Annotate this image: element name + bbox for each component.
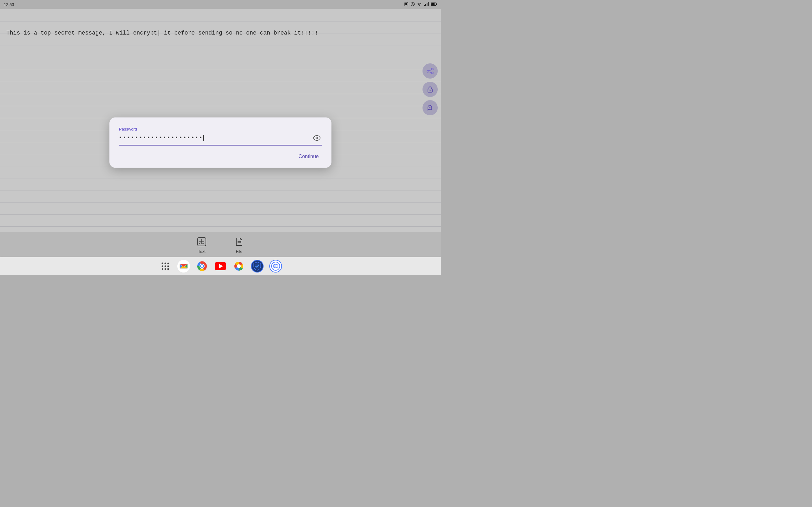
shield-button[interactable]	[251, 260, 264, 273]
notebook-line	[0, 214, 441, 215]
lock-button[interactable]	[422, 82, 438, 97]
notebook-line	[0, 178, 441, 178]
password-dots[interactable]: •••••••••••••••••••••	[119, 135, 312, 141]
svg-point-17	[429, 107, 430, 108]
notebook-line	[0, 226, 441, 227]
svg-point-27	[167, 263, 169, 264]
notebook-line	[0, 202, 441, 203]
svg-point-38	[201, 265, 203, 268]
chrome-button[interactable]	[196, 260, 208, 273]
svg-point-44	[275, 266, 276, 266]
clock-icon	[410, 2, 415, 7]
messages-button[interactable]	[269, 260, 282, 273]
tab-file[interactable]: File	[233, 236, 245, 254]
svg-line-14	[429, 72, 432, 72]
right-actions	[422, 63, 438, 115]
sim-icon	[404, 2, 409, 7]
notebook-line	[0, 70, 441, 70]
text-tab-icon	[196, 236, 208, 248]
notebook-line	[0, 106, 441, 106]
svg-point-28	[162, 266, 163, 267]
photos-button[interactable]	[233, 260, 245, 273]
status-time: 12:53	[4, 2, 14, 7]
wifi-icon	[417, 2, 422, 7]
svg-point-12	[316, 137, 318, 139]
password-input-row: •••••••••••••••••••••	[119, 133, 322, 143]
notebook-line	[0, 21, 441, 22]
svg-point-45	[276, 266, 277, 266]
notebook-line	[0, 58, 441, 58]
svg-rect-1	[405, 3, 407, 5]
svg-rect-5	[424, 5, 425, 6]
status-bar: 12:53	[0, 0, 441, 9]
apps-grid-button[interactable]	[159, 260, 171, 273]
notebook-line	[0, 94, 441, 94]
share-button[interactable]	[422, 63, 438, 78]
battery-icon	[431, 2, 437, 7]
svg-point-33	[167, 268, 169, 270]
password-field-container: Password •••••••••••••••••••••	[119, 127, 322, 146]
ghost-button[interactable]	[422, 100, 438, 115]
notebook-text-content[interactable]: This is a top secret message, I will enc…	[6, 29, 435, 38]
svg-point-32	[165, 268, 166, 270]
notebook-line	[0, 190, 441, 190]
continue-button[interactable]: Continue	[295, 152, 322, 161]
svg-point-30	[167, 266, 169, 267]
signal-icon	[424, 2, 429, 7]
svg-line-13	[429, 70, 432, 71]
svg-point-41	[237, 264, 241, 268]
status-icons	[404, 2, 437, 7]
notebook-line	[0, 82, 441, 82]
svg-point-31	[162, 268, 163, 270]
file-tab-label: File	[236, 249, 243, 254]
show-password-icon[interactable]	[312, 133, 322, 143]
svg-rect-8	[428, 2, 429, 6]
svg-point-26	[165, 263, 166, 264]
svg-rect-10	[436, 3, 437, 5]
svg-point-18	[431, 107, 432, 108]
svg-point-43	[274, 266, 275, 266]
svg-point-29	[165, 266, 166, 267]
dialog-actions: Continue	[119, 152, 322, 161]
taskbar	[0, 257, 441, 275]
secret-message-text: This is a top secret message, I will enc…	[6, 30, 318, 36]
file-tab-icon	[233, 236, 245, 248]
youtube-button[interactable]	[214, 260, 227, 273]
text-tab-label: Text	[198, 249, 206, 254]
tab-bar: Text File	[0, 232, 441, 257]
svg-line-4	[413, 4, 413, 5]
tab-text[interactable]: Text	[196, 236, 208, 254]
svg-rect-7	[426, 3, 427, 6]
svg-rect-11	[432, 3, 435, 5]
gmail-button[interactable]	[177, 260, 190, 273]
svg-point-16	[430, 90, 431, 91]
password-label: Password	[119, 127, 322, 131]
text-cursor	[203, 135, 204, 141]
svg-rect-6	[425, 4, 426, 6]
notebook-line	[0, 46, 441, 46]
svg-point-25	[162, 263, 163, 264]
password-dialog: Password ••••••••••••••••••••• Continue	[109, 117, 332, 168]
